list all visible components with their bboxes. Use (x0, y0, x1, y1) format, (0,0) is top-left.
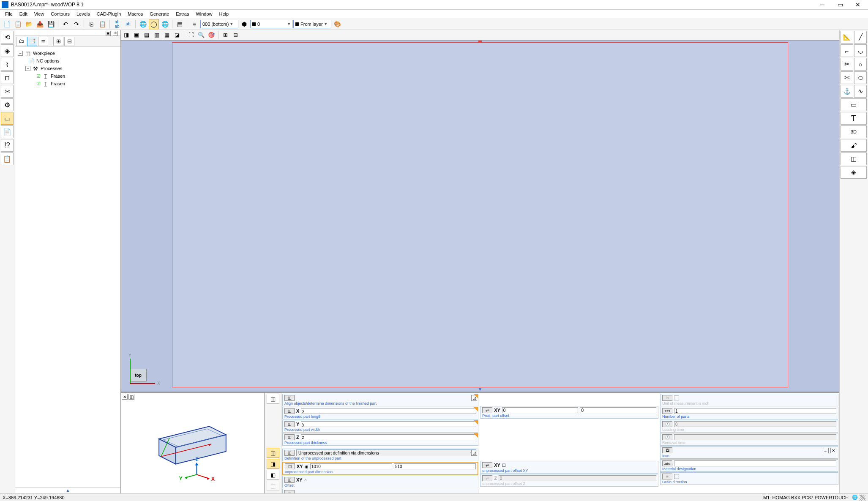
bracket-tool-icon[interactable]: ⊓ (1, 71, 14, 84)
tree-expander[interactable]: − (18, 51, 23, 56)
gear-tool-icon[interactable]: ⚙ (1, 98, 14, 111)
fit-icon[interactable]: ⛶ (186, 31, 196, 39)
resize-grip-icon[interactable] (860, 495, 865, 501)
check-icon[interactable]: ☑ (36, 74, 41, 79)
zoom-target-icon[interactable]: 🎯 (207, 31, 216, 39)
layer-select[interactable]: 000 (bottom)▾ (200, 20, 238, 28)
arc-icon[interactable]: ◡ (854, 44, 867, 57)
prop-z-cell[interactable]: ◫Z Processed part thickness (282, 433, 478, 446)
prop-unproc-dim-cell[interactable]: ➜ ◫XY◉ unprocessed part dimension (282, 462, 478, 475)
snap2-icon[interactable]: ⊟ (231, 31, 240, 39)
prop-x-cell[interactable]: ◫X Processed part length (282, 407, 478, 419)
layer-manage-icon[interactable]: ⬢ (239, 19, 249, 29)
radio-on-icon[interactable]: ◉ (305, 464, 308, 469)
viewport-3d[interactable]: top X Y ▼ (121, 40, 839, 392)
new-file-button[interactable]: 📄 (2, 19, 12, 29)
view-cube-top[interactable]: top (130, 369, 147, 381)
preview-isometric[interactable]: X Y Z (121, 393, 264, 493)
close-button[interactable]: ✕ (849, 0, 866, 9)
viewport-collapse-arrow[interactable]: ▼ (478, 387, 482, 392)
y-input[interactable] (301, 421, 476, 427)
menu-extras[interactable]: Extras (172, 11, 192, 17)
menu-generate[interactable]: Generate (146, 11, 172, 17)
text-icon[interactable]: T (841, 112, 867, 125)
radio-off-icon[interactable]: ○ (304, 478, 307, 482)
tree-expander[interactable]: − (25, 66, 30, 71)
open-button[interactable]: 📂 (24, 19, 34, 29)
grain-checkbox[interactable] (674, 474, 679, 479)
labels-button[interactable]: abab (112, 19, 122, 29)
menu-window[interactable]: Window (192, 11, 216, 17)
prop-y-cell[interactable]: ◫Y Processed part width (282, 420, 478, 433)
zoom-icon[interactable]: 🔍 (197, 31, 206, 39)
menu-macros[interactable]: Macros (124, 11, 146, 17)
tree-workpiece-label[interactable]: Workpiece (33, 51, 55, 56)
menu-levels[interactable]: Levels (73, 11, 93, 17)
mini-box4-icon[interactable]: ◧ (267, 470, 279, 480)
panel-close-button[interactable]: ✕ (113, 31, 118, 36)
menu-cad-plugin[interactable]: CAD-Plugin (93, 11, 124, 17)
measure-icon[interactable]: 📐 (841, 31, 853, 44)
xy-off-2-input[interactable] (580, 407, 656, 413)
menu-help[interactable]: Help (216, 11, 232, 17)
material-input[interactable] (674, 460, 836, 466)
axis-widget[interactable]: top X Y (130, 369, 147, 384)
layers-icon[interactable]: ▤ (175, 19, 185, 29)
tree-processes-label[interactable]: Processes (41, 66, 62, 71)
tree-tab-4[interactable]: ⊞ (53, 37, 63, 46)
mini-box2-icon[interactable]: ◫ (267, 448, 279, 458)
find-button[interactable]: ab (123, 19, 133, 29)
mini-box-icon[interactable]: ◫ (267, 394, 279, 404)
prop-align-cell[interactable]: ◿ ◫ Align objects/determine dimensions o… (282, 394, 478, 406)
checkbox-icon[interactable]: ☐ (502, 463, 506, 468)
prop-unproc-off-xy-cell[interactable]: ⇄XY☐ unprocessed part offset XY (480, 461, 658, 474)
menu-edit[interactable]: Edit (16, 11, 31, 17)
paste-button[interactable]: 📋 (97, 19, 107, 29)
import-button[interactable]: 📥 (35, 19, 45, 29)
prop-xy-offset-cell[interactable]: ⇄XY Prod. part offset (480, 406, 658, 419)
circle-button[interactable]: ◯ (149, 19, 159, 29)
document-tool-icon[interactable]: 📄 (1, 125, 14, 138)
clear-icon-button[interactable]: ✕ (830, 448, 836, 453)
view-back-icon[interactable]: ▦ (162, 31, 172, 39)
minimize-button[interactable]: ─ (814, 0, 831, 9)
redo-button[interactable]: ↷ (71, 19, 82, 29)
globe2-button[interactable]: 🌐 (160, 19, 170, 29)
shape2-icon[interactable]: ◫ (841, 152, 867, 165)
tree-tab-3[interactable]: ≣ (38, 37, 48, 46)
undo-button[interactable]: ↶ (60, 19, 71, 29)
maximize-button[interactable]: ▭ (832, 0, 849, 9)
tree-tab-1[interactable]: 🗂 (16, 37, 26, 46)
color-value-input[interactable]: 0▾ (250, 20, 292, 28)
layers-tool-icon[interactable]: ◈ (1, 44, 14, 57)
polyline-icon[interactable]: ⌐ (841, 44, 853, 57)
snap1-icon[interactable]: ⊞ (221, 31, 230, 39)
mini-box3-icon[interactable]: ◨ (267, 459, 279, 469)
menu-file[interactable]: File (2, 11, 16, 17)
ellipse-icon[interactable]: ⬭ (854, 71, 867, 84)
unproc-x-input[interactable] (310, 463, 392, 469)
panel-pin-button[interactable]: ▣ (106, 31, 111, 36)
brush-icon[interactable]: 🖌 (841, 139, 867, 152)
view-3d-icon[interactable]: ◪ (172, 31, 182, 39)
line-icon[interactable]: ╱ (854, 31, 867, 44)
workpiece-outline[interactable] (172, 42, 788, 387)
prop-material-cell[interactable]: .abc Material designation (660, 459, 838, 472)
3d-icon[interactable]: 3D (841, 125, 867, 138)
tree-fraesen2-label[interactable]: Fräsen (51, 81, 65, 86)
prop-grain-cell[interactable]: ≡ Grain direction (660, 472, 838, 485)
numparts-input[interactable] (674, 408, 836, 414)
scissors-tool-icon[interactable]: ✂ (1, 85, 14, 98)
xy-off-1-input[interactable] (502, 407, 579, 413)
extrude-icon[interactable]: ◈ (841, 166, 867, 179)
z-input[interactable] (301, 434, 476, 440)
toggle-arrow-icon[interactable]: ◿ (471, 450, 477, 456)
x-input[interactable] (301, 408, 476, 414)
rotate-tool-icon[interactable]: ⟲ (1, 31, 14, 44)
cut-icon[interactable]: ✂ (841, 58, 853, 71)
help-tool-icon[interactable]: !? (1, 139, 14, 152)
view-side-icon[interactable]: ▥ (152, 31, 161, 39)
tree-collapse-arrow[interactable]: ▲ (15, 487, 120, 493)
status-globe-icon[interactable]: 🌐 (852, 495, 858, 500)
tree-fraesen1-label[interactable]: Fräsen (51, 74, 65, 79)
